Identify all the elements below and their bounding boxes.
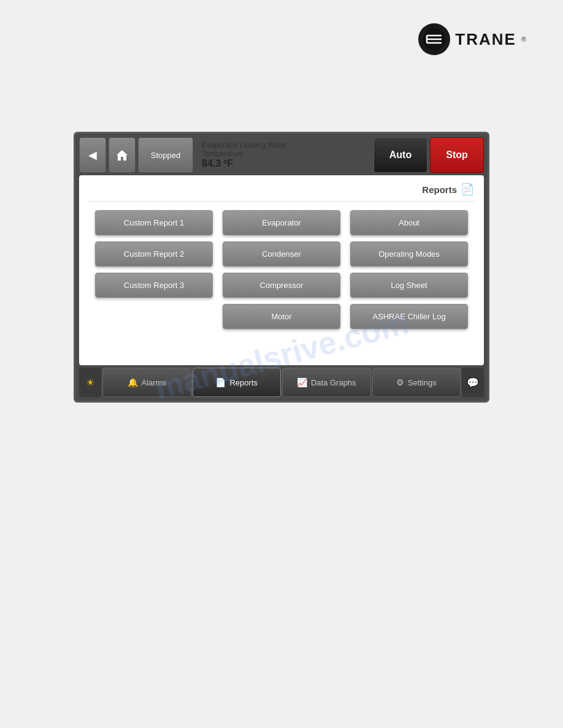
stop-button[interactable]: Stop — [430, 137, 484, 173]
condenser-button[interactable]: Condenser — [223, 241, 340, 267]
trane-brand-name: TRANE — [455, 30, 516, 49]
col3-buttons: About Operating Modes Log Sheet ASHRAE C… — [350, 210, 468, 329]
tab-data-graphs[interactable]: 📈 Data Graphs — [282, 368, 371, 397]
reports-tab-icon: 📄 — [215, 377, 226, 387]
compressor-button[interactable]: Compressor — [223, 273, 340, 298]
temp-value: 84.3 ºF — [202, 158, 371, 169]
trane-logo: TRANE ® — [418, 23, 526, 55]
col1-buttons: Custom Report 1 Custom Report 2 Custom R… — [95, 210, 213, 329]
tab-reports-label: Reports — [229, 378, 258, 387]
temp-label-line1: Evaporator Leaving Water — [202, 141, 371, 150]
ashrae-chiller-log-button[interactable]: ASHRAE Chiller Log — [350, 304, 468, 329]
status-display: Stopped — [138, 137, 193, 173]
tab-settings-label: Settings — [408, 378, 437, 387]
temperature-info: Evaporator Leaving Water Temperature 84.… — [196, 137, 371, 173]
brightness-button[interactable]: ☀ — [79, 368, 101, 397]
temp-label-line2: Temperature — [202, 150, 371, 158]
device-container: ◀ Stopped Evaporator Leaving Water Tempe… — [74, 132, 489, 403]
chat-button[interactable]: 💬 — [462, 368, 484, 397]
motor-button[interactable]: Motor — [223, 304, 340, 329]
settings-icon: ⚙ — [396, 377, 404, 387]
evaporator-button[interactable]: Evaporator — [223, 210, 340, 235]
reports-section-title: Reports — [422, 184, 457, 195]
tab-bar: ☀ 🔔 Alarms 📄 Reports 📈 Data Graphs ⚙ Set… — [79, 368, 484, 397]
content-area: Reports 📄 Custom Report 1 Custom Report … — [79, 175, 484, 365]
custom-report-1-button[interactable]: Custom Report 1 — [95, 210, 213, 235]
tab-reports[interactable]: 📄 Reports — [193, 368, 282, 397]
top-bar: ◀ Stopped Evaporator Leaving Water Tempe… — [79, 137, 484, 173]
auto-button[interactable]: Auto — [373, 137, 427, 173]
back-button[interactable]: ◀ — [79, 137, 106, 173]
reports-header: Reports 📄 — [89, 183, 474, 202]
reports-button-grid: Custom Report 1 Custom Report 2 Custom R… — [89, 210, 474, 329]
svg-marker-5 — [117, 150, 128, 161]
data-graphs-icon: 📈 — [297, 377, 307, 387]
tab-alarms-label: Alarms — [142, 378, 166, 387]
col2-buttons: Evaporator Condenser Compressor Motor — [223, 210, 340, 329]
home-button[interactable] — [109, 137, 136, 173]
log-sheet-button[interactable]: Log Sheet — [350, 273, 468, 298]
tab-data-graphs-label: Data Graphs — [311, 378, 356, 387]
trane-circle-logo — [418, 23, 450, 55]
custom-report-3-button[interactable]: Custom Report 3 — [95, 273, 213, 298]
tab-settings[interactable]: ⚙ Settings — [372, 368, 461, 397]
tab-alarms[interactable]: 🔔 Alarms — [102, 368, 191, 397]
alarms-icon: 🔔 — [128, 377, 138, 387]
trane-registered: ® — [521, 36, 526, 43]
reports-document-icon: 📄 — [461, 183, 474, 196]
custom-report-2-button[interactable]: Custom Report 2 — [95, 241, 213, 267]
operating-modes-button[interactable]: Operating Modes — [350, 241, 468, 267]
about-button[interactable]: About — [350, 210, 468, 235]
